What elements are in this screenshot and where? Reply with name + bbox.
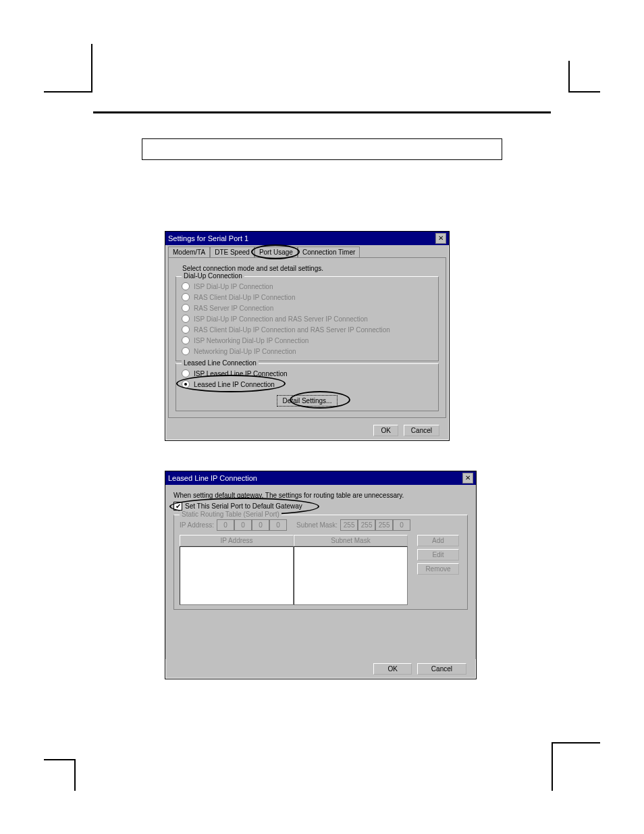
radio-icon — [182, 369, 190, 377]
col-ip-header: IP Address — [180, 535, 294, 546]
radio-icon — [182, 336, 190, 344]
static-routing-group: Static Routing Table (Serial Port) IP Ad… — [173, 515, 468, 610]
radio-label: ISP Dial-Up IP Connection — [194, 283, 273, 290]
subnet-mask-label: Subnet Mask: — [296, 521, 338, 529]
radio-icon — [182, 325, 190, 334]
group-label: Static Routing Table (Serial Port) — [180, 511, 281, 518]
table-area: IP Address Subnet Mask Add Edit Remove — [180, 535, 462, 605]
instruction-text: Select connection mode and set detail se… — [182, 265, 439, 272]
cancel-button[interactable]: Cancel — [417, 663, 466, 675]
mask-list — [294, 546, 408, 605]
radio-label: ISP Networking Dial-Up IP Connection — [194, 337, 308, 344]
radio-label: RAS Server IP Connection — [194, 305, 273, 312]
crop-mark — [44, 44, 92, 93]
dialog-body: When setting default gateway, The settin… — [165, 485, 476, 659]
table-buttons: Add Edit Remove — [414, 535, 462, 605]
close-icon[interactable]: ✕ — [462, 473, 473, 484]
remove-button: Remove — [417, 563, 459, 575]
radio-isp-dialup-ras-server: ISP Dial-Up IP Connection and RAS Server… — [182, 313, 433, 324]
note-label: When setting default gateway, The settin… — [173, 492, 404, 499]
header-rule — [93, 111, 551, 113]
radio-networking-dialup: Networking Dial-Up IP Connection — [182, 346, 433, 357]
tab-label: Port Usage — [259, 249, 293, 256]
detail-settings-row: Detail Settings... — [182, 395, 433, 407]
radio-icon — [182, 380, 190, 388]
leased-group: Leased Line Connection ISP Leased Line I… — [176, 363, 439, 411]
ip-list — [180, 546, 294, 605]
group-label: Leased Line Connection — [182, 359, 259, 367]
ip-address-field: 0 0 0 0 — [217, 519, 287, 531]
cancel-button[interactable]: Cancel — [404, 425, 439, 436]
radio-icon — [182, 315, 190, 323]
radio-icon — [182, 293, 190, 301]
dialup-group: Dial-Up Connection ISP Dial-Up IP Connec… — [176, 276, 439, 361]
col-mask-header: Subnet Mask — [294, 535, 408, 546]
titlebar: Settings for Serial Port 1 ✕ — [165, 232, 449, 245]
ip-entry-row: IP Address: 0 0 0 0 Subnet Mask: 255 255… — [180, 519, 462, 531]
detail-settings-button[interactable]: Detail Settings... — [277, 395, 338, 407]
mask-octet: 255 — [340, 519, 358, 531]
tab-connection-timer[interactable]: Connection Timer — [298, 246, 360, 257]
dialog-title: Leased Line IP Connection — [168, 474, 257, 482]
default-gateway-checkbox[interactable]: ✔ — [173, 502, 182, 511]
radio-label: Leased Line IP Connection — [194, 381, 275, 388]
radio-isp-leased[interactable]: ISP Leased Line IP Connection — [182, 368, 433, 379]
mask-octet: 0 — [393, 519, 410, 531]
dialog-title: Settings for Serial Port 1 — [168, 234, 248, 242]
titlebar: Leased Line IP Connection ✕ — [165, 471, 476, 485]
radio-isp-dialup: ISP Dial-Up IP Connection — [182, 281, 433, 292]
crop-mark — [552, 742, 600, 791]
radio-ras-client-dialup: RAS Client Dial-Up IP Connection — [182, 292, 433, 303]
mask-octet: 255 — [358, 519, 375, 531]
ip-octet: 0 — [234, 519, 252, 531]
ip-octet: 0 — [217, 519, 234, 531]
radio-label: ISP Leased Line IP Connection — [194, 370, 288, 377]
leased-line-ip-dialog: Leased Line IP Connection ✕ When setting… — [165, 471, 477, 679]
routing-table: IP Address Subnet Mask — [180, 535, 408, 605]
tab-modem-ta[interactable]: Modem/TA — [168, 246, 210, 257]
ip-address-label: IP Address: — [180, 521, 214, 529]
subnet-mask-field: 255 255 255 0 — [340, 519, 410, 531]
radio-leased-line[interactable]: Leased Line IP Connection — [182, 379, 433, 390]
section-box — [142, 138, 502, 160]
radio-ras-server: RAS Server IP Connection — [182, 303, 433, 313]
close-icon[interactable]: ✕ — [435, 233, 446, 244]
ok-button[interactable]: OK — [373, 425, 398, 436]
button-bar: OK Cancel — [165, 421, 449, 440]
checkbox-label: Set This Serial Port to Default Gateway — [185, 502, 302, 510]
tab-strip: Modem/TA DTE Speed Port Usage Connection… — [168, 246, 446, 257]
settings-serial-port-dialog: Settings for Serial Port 1 ✕ Modem/TA DT… — [165, 231, 450, 441]
default-gateway-row: ✔ Set This Serial Port to Default Gatewa… — [173, 502, 468, 511]
button-bar: OK Cancel — [165, 659, 476, 679]
radio-icon — [182, 347, 190, 355]
group-label: Dial-Up Connection — [182, 272, 244, 280]
radio-ras-client-ras-server: RAS Client Dial-Up IP Connection and RAS… — [182, 324, 433, 335]
radio-label: RAS Client Dial-Up IP Connection — [194, 294, 295, 301]
spacer — [173, 612, 468, 652]
note-text: When setting default gateway, The settin… — [173, 492, 468, 499]
ip-octet: 0 — [269, 519, 287, 531]
edit-button: Edit — [417, 549, 459, 561]
dialog-body: Select connection mode and set detail se… — [168, 257, 446, 418]
tab-dte-speed[interactable]: DTE Speed — [210, 246, 254, 257]
add-button: Add — [417, 535, 459, 546]
radio-isp-networking-dialup: ISP Networking Dial-Up IP Connection — [182, 335, 433, 346]
radio-icon — [182, 282, 190, 290]
radio-label: RAS Client Dial-Up IP Connection and RAS… — [194, 326, 390, 334]
radio-icon — [182, 304, 190, 312]
crop-mark — [44, 759, 76, 791]
crop-mark — [568, 61, 600, 93]
ok-button[interactable]: OK — [373, 663, 411, 675]
ip-octet: 0 — [252, 519, 269, 531]
radio-label: ISP Dial-Up IP Connection and RAS Server… — [194, 315, 368, 323]
tab-port-usage[interactable]: Port Usage — [254, 246, 298, 257]
mask-octet: 255 — [375, 519, 393, 531]
radio-label: Networking Dial-Up IP Connection — [194, 348, 296, 355]
